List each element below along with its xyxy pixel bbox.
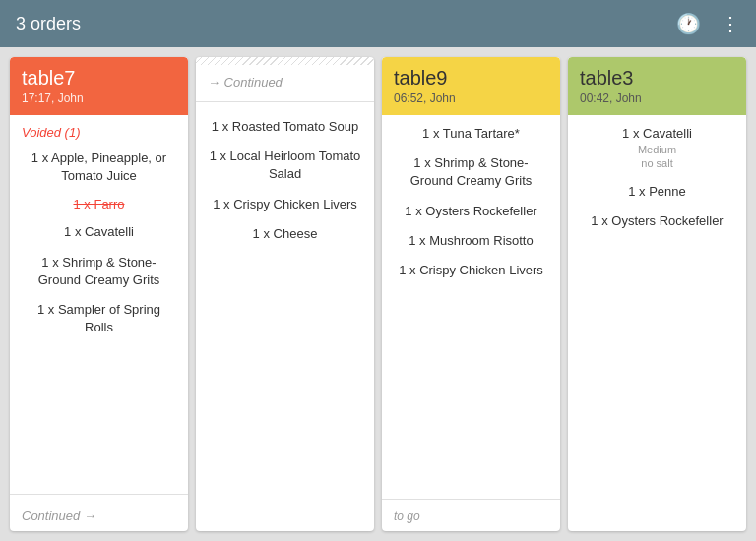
top-bar-actions: 🕐 ⋮ (676, 12, 740, 35)
list-item: 1 x Tuna Tartare* (394, 125, 548, 143)
card-continued: → Continued 1 x Roasted Tomato Soup 1 x … (196, 57, 374, 531)
divider (10, 494, 188, 495)
card-table3-body: 1 x Cavatelli Medium no salt 1 x Penne 1… (568, 115, 746, 531)
list-item: 1 x Mushroom Risotto (394, 232, 548, 250)
card-table7-subtitle: 17:17, John (22, 91, 176, 105)
list-item: 1 x Apple, Pineapple, or Tomato Juice (22, 150, 176, 185)
card-table7-title: table7 (22, 67, 176, 90)
list-item: 1 x Sampler of Spring Rolls (22, 301, 176, 336)
list-item: 1 x Cheese (208, 225, 362, 243)
list-item: 1 x Crispy Chicken Livers (394, 262, 548, 279)
divider (196, 101, 374, 102)
card-table9-subtitle: 06:52, John (394, 91, 548, 105)
main-content: table7 17:17, John Voided (1) 1 x Apple,… (0, 47, 756, 541)
card-table3-header: table3 00:42, John (568, 57, 746, 115)
card-table3-subtitle: 00:42, John (580, 91, 734, 105)
list-item-note: Medium no salt (580, 143, 734, 171)
voided-label: Voided (1) (22, 125, 176, 140)
list-item-strikethrough: 1 x Farro (22, 197, 176, 211)
list-item: 1 x Crispy Chicken Livers (208, 196, 362, 213)
card-continued-body: 1 x Roasted Tomato Soup 1 x Local Heirlo… (196, 108, 374, 531)
list-item: 1 x Oysters Rockefeller (580, 212, 734, 230)
card-table7-header: table7 17:17, John (10, 57, 188, 115)
history-icon[interactable]: 🕐 (676, 12, 701, 35)
list-item: 1 x Cavatelli Medium no salt (580, 125, 734, 171)
card-table7-body: Voided (1) 1 x Apple, Pineapple, or Toma… (10, 115, 188, 488)
list-item: 1 x Shrimp & Stone-Ground Creamy Grits (22, 254, 176, 289)
list-item: 1 x Cavatelli (22, 223, 176, 241)
card-table3-title: table3 (580, 67, 734, 90)
list-item: 1 x Shrimp & Stone-Ground Creamy Grits (394, 154, 548, 190)
card-table9-title: table9 (394, 67, 548, 90)
card-table9-body: 1 x Tuna Tartare* 1 x Shrimp & Stone-Gro… (382, 115, 560, 493)
continued-bottom-label: Continued → (10, 501, 188, 531)
page-title: 3 orders (16, 14, 81, 34)
list-item: 1 x Roasted Tomato Soup (208, 118, 362, 136)
card-table7: table7 17:17, John Voided (1) 1 x Apple,… (10, 57, 188, 531)
list-item: 1 x Local Heirloom Tomato Salad (208, 148, 362, 183)
card-table9-header: table9 06:52, John (382, 57, 560, 115)
list-item: 1 x Oysters Rockefeller (394, 203, 548, 220)
to-go-label: to go (382, 506, 560, 531)
card-table3: table3 00:42, John 1 x Cavatelli Medium … (568, 57, 746, 531)
continued-top-label: → Continued (196, 65, 374, 95)
top-bar: 3 orders 🕐 ⋮ (0, 0, 756, 47)
divider (382, 499, 560, 500)
card-table9: table9 06:52, John 1 x Tuna Tartare* 1 x… (382, 57, 560, 531)
more-options-icon[interactable]: ⋮ (721, 12, 740, 35)
list-item: 1 x Penne (580, 183, 734, 201)
